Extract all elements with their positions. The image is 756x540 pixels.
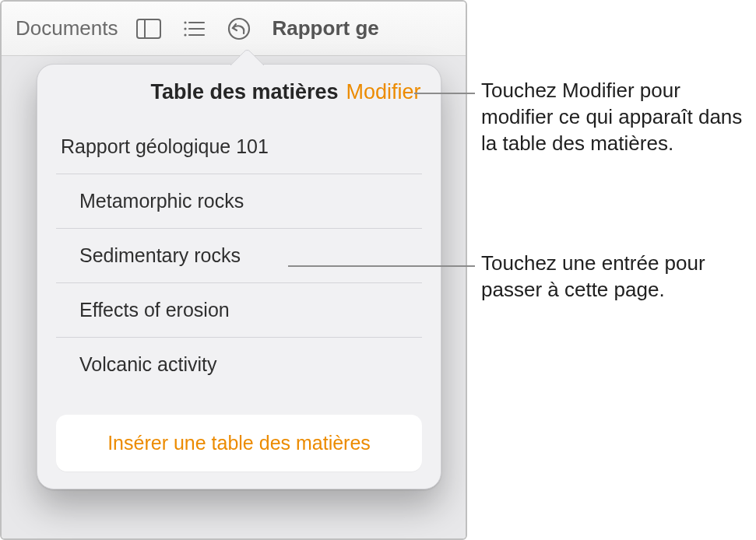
toc-entry[interactable]: Effects of erosion bbox=[56, 283, 422, 338]
toolbar: Documents Rapport ge bbox=[2, 2, 466, 56]
insert-toc-button[interactable]: Insérer une table des matières bbox=[56, 415, 422, 472]
callout-leader-line bbox=[414, 93, 475, 94]
svg-point-2 bbox=[184, 21, 186, 23]
documents-back-button[interactable]: Documents bbox=[11, 13, 123, 44]
svg-point-4 bbox=[184, 27, 186, 30]
sidebar-toggle-icon[interactable] bbox=[129, 9, 168, 48]
toc-popover-header: Table des matières Modifier bbox=[51, 80, 427, 104]
svg-point-8 bbox=[229, 19, 249, 39]
callout-entry: Touchez une entrée pour passer à cette p… bbox=[481, 251, 754, 303]
document-title: Rapport ge bbox=[273, 16, 379, 40]
toc-view-icon[interactable] bbox=[174, 9, 213, 48]
toc-popover-title: Table des matières bbox=[150, 80, 338, 104]
toc-edit-button[interactable]: Modifier bbox=[346, 80, 421, 104]
svg-rect-0 bbox=[137, 19, 160, 38]
undo-icon[interactable] bbox=[220, 9, 258, 48]
toc-entry[interactable]: Volcanic activity bbox=[56, 338, 422, 391]
toc-entry[interactable]: Metamorphic rocks bbox=[56, 174, 422, 229]
callout-leader-line bbox=[288, 265, 475, 267]
callout-modifier: Touchez Modifier pour modifier ce qui ap… bbox=[481, 78, 754, 156]
toc-list: Rapport géologique 101 Metamorphic rocks… bbox=[51, 120, 427, 391]
toc-popover: Table des matières Modifier Rapport géol… bbox=[37, 64, 441, 489]
svg-point-6 bbox=[184, 33, 186, 36]
toc-entry[interactable]: Rapport géologique 101 bbox=[56, 120, 422, 174]
app-window: Documents Rapport ge bbox=[0, 0, 467, 540]
toc-entry[interactable]: Sedimentary rocks bbox=[56, 229, 422, 283]
